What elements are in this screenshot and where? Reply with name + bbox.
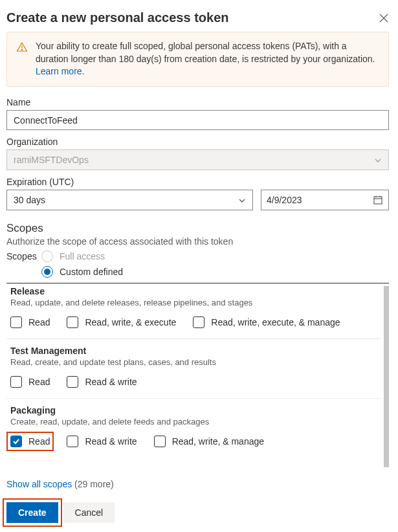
cancel-button[interactable]: Cancel (63, 502, 115, 523)
expiration-duration-select[interactable]: 30 days (6, 190, 253, 210)
close-icon[interactable] (379, 13, 389, 23)
perm-item[interactable]: Read, write, & execute (67, 316, 176, 328)
checkbox[interactable] (67, 436, 78, 447)
perm-row: Read Read, write, & execute Read, write,… (10, 316, 377, 328)
perm-item[interactable]: Read (10, 376, 50, 388)
scope-group-name: Packaging (10, 405, 377, 416)
radio-full-access-label: Full access (60, 251, 105, 261)
checkbox[interactable] (67, 316, 78, 328)
calendar-icon (373, 195, 383, 205)
checkbox[interactable] (10, 436, 22, 447)
banner-text: Your ability to create full scoped, glob… (36, 41, 375, 64)
scope-group-desc: Read, update, and delete releases, relea… (10, 298, 377, 307)
perm-label: Read, write, & execute (85, 317, 176, 327)
scopes-title: Scopes (6, 222, 389, 235)
scope-list[interactable]: Release Read, update, and delete release… (6, 283, 389, 470)
organization-value: ramiMSFTDevOps (14, 155, 89, 165)
perm-label: Read & write (85, 377, 137, 387)
perm-label: Read, write, execute, & manage (211, 317, 340, 327)
learn-more-link[interactable]: Learn more. (36, 66, 84, 76)
create-button[interactable]: Create (6, 502, 58, 523)
chevron-down-icon (238, 196, 246, 204)
radio-custom-defined-label: Custom defined (60, 267, 123, 277)
svg-rect-4 (374, 197, 382, 204)
show-all-scopes-count: (29 more) (74, 479, 114, 489)
scope-group-desc: Read, create, and update test plans, cas… (10, 357, 377, 367)
scope-group-release: Release Read, update, and delete release… (6, 283, 381, 339)
pat-create-panel: Create a new personal access token Your … (0, 0, 398, 532)
svg-point-3 (21, 49, 22, 50)
scope-mode-full: Scopes Full access (6, 250, 389, 262)
scope-group-name: Release (10, 286, 377, 296)
scope-mode-custom[interactable]: Custom defined (41, 266, 389, 278)
warning-icon (16, 41, 28, 53)
chevron-down-icon (374, 156, 382, 164)
perm-label: Read, write, & manage (172, 436, 264, 447)
scopes-subtitle: Authorize the scope of access associated… (6, 236, 389, 247)
panel-title: Create a new personal access token (6, 10, 229, 25)
checkbox[interactable] (154, 436, 166, 447)
scope-group-packaging: Packaging Create, read, update, and dele… (6, 399, 381, 458)
name-input[interactable] (6, 110, 389, 130)
banner-text-wrap: Your ability to create full scoped, glob… (36, 40, 379, 78)
perm-item[interactable]: Read, write, execute, & manage (193, 316, 340, 328)
perm-item[interactable]: Read & write (67, 376, 137, 388)
footer: Create Cancel (6, 502, 389, 523)
scope-group-name: Test Management (10, 346, 377, 356)
perm-row: Read Read & write Read, write, & manage (10, 436, 377, 447)
perm-label: Read (28, 436, 50, 447)
scope-group-desc: Create, read, update, and delete feeds a… (10, 417, 377, 427)
expiration-duration-value: 30 days (14, 195, 45, 205)
restriction-banner: Your ability to create full scoped, glob… (6, 32, 389, 87)
perm-label: Read (28, 377, 50, 387)
scope-group-test-management: Test Management Read, create, and update… (6, 339, 381, 399)
expiration-date-value: 4/9/2023 (267, 195, 302, 205)
scope-lead-label: Scopes (6, 251, 35, 261)
perm-item[interactable]: Read & write (67, 436, 137, 447)
checkbox[interactable] (67, 376, 78, 388)
perm-item[interactable]: Read (10, 316, 50, 328)
perm-item[interactable]: Read, write, & manage (154, 436, 264, 447)
perm-label: Read (28, 317, 50, 327)
checkbox[interactable] (10, 316, 22, 328)
expiration-label: Expiration (UTC) (6, 177, 389, 187)
expiration-row: 30 days 4/9/2023 (6, 190, 389, 210)
organization-select: ramiMSFTDevOps (6, 150, 389, 170)
name-label: Name (6, 97, 389, 107)
organization-label: Organization (6, 137, 389, 147)
perm-row: Read Read & write (10, 376, 377, 388)
show-all-scopes-link[interactable]: Show all scopes (6, 479, 72, 489)
expiration-date-input[interactable]: 4/9/2023 (261, 190, 389, 210)
checkbox[interactable] (193, 316, 205, 328)
show-all-scopes: Show all scopes (29 more) (6, 479, 389, 489)
perm-item-packaging-read[interactable]: Read (10, 436, 50, 447)
panel-header: Create a new personal access token (6, 6, 389, 32)
checkbox[interactable] (10, 376, 22, 388)
perm-label: Read & write (85, 436, 137, 447)
radio-full-access (41, 250, 53, 262)
radio-custom-defined[interactable] (41, 266, 53, 278)
